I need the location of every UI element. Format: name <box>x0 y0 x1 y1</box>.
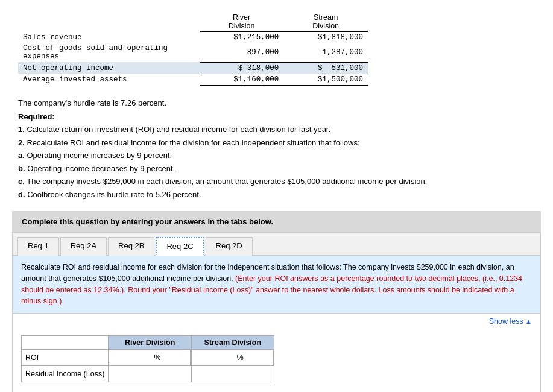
roi-stream-input[interactable] <box>195 352 235 364</box>
roi-river-input-cell: % <box>109 350 191 366</box>
req-item-2: 2. Recalculate ROI and residual income f… <box>18 137 535 149</box>
info-box: Recalculate ROI and residual income for … <box>13 256 540 314</box>
tabs-container: Req 1 Req 2A Req 2B Req 2C Req 2D Recalc… <box>12 232 541 392</box>
table-row: Cost of goods sold and operating expense… <box>18 43 368 62</box>
table-row: Net operating income $ 318,000 $ 531,000 <box>18 62 368 74</box>
required-section: Required: 1. Calculate return on investm… <box>18 111 535 201</box>
residual-river-input[interactable] <box>112 368 185 380</box>
req-item-b: b. Operating income decreases by 9 perce… <box>18 163 535 175</box>
req-item-1: 1. Calculate return on investment (ROI) … <box>18 124 535 136</box>
answer-table: River Division Stream Division ROI % <box>21 335 274 382</box>
instruction-box: Complete this question by entering your … <box>12 211 541 232</box>
show-less-link[interactable]: Show less ▲ <box>489 317 532 326</box>
required-title: Required: <box>18 111 535 123</box>
residual-stream-input-cell <box>191 366 274 382</box>
answer-col-header-empty <box>22 336 109 350</box>
tab-req2a[interactable]: Req 2A <box>60 237 107 256</box>
arrow-up-icon: ▲ <box>525 318 532 325</box>
req-item-d: d. Coolbrook changes its hurdle rate to … <box>18 189 535 201</box>
residual-label: Residual Income (Loss) <box>22 366 109 382</box>
tab-req2c[interactable]: Req 2C <box>156 237 204 256</box>
req-item-c: c. The company invests $259,000 in each … <box>18 175 535 188</box>
roi-river-input[interactable] <box>112 352 151 364</box>
answer-col-header-stream: Stream Division <box>191 336 274 350</box>
roi-stream-percent: % <box>236 353 248 362</box>
hurdle-rate-text: The company's hurdle rate is 7.26 percen… <box>18 98 535 107</box>
answer-section: River Division Stream Division ROI % <box>13 329 540 392</box>
table-row: Average invested assets $1,160,000 $1,50… <box>18 74 368 86</box>
roi-stream-input-cell: % <box>191 350 274 366</box>
table-row: Sales revenue $1,215,000 $1,818,000 <box>18 32 368 43</box>
roi-label: ROI <box>22 350 109 366</box>
instruction-text: Complete this question by entering your … <box>22 217 273 226</box>
answer-row-roi: ROI % % <box>22 350 274 366</box>
show-less-row: Show less ▲ <box>13 314 540 329</box>
tab-req2d[interactable]: Req 2D <box>206 237 253 256</box>
residual-river-input-cell <box>109 366 191 382</box>
financial-summary-table: RiverDivision StreamDivision Sales reven… <box>18 12 368 86</box>
answer-col-header-river: River Division <box>109 336 191 350</box>
tab-req2b[interactable]: Req 2B <box>108 237 154 256</box>
residual-stream-input[interactable] <box>195 368 268 380</box>
tabs-row: Req 1 Req 2A Req 2B Req 2C Req 2D <box>13 233 540 256</box>
tab-req1[interactable]: Req 1 <box>17 237 59 256</box>
roi-river-percent: % <box>153 353 165 362</box>
content-area: The company's hurdle rate is 7.26 percen… <box>12 98 541 201</box>
req-item-a: a. Operating income increases by 9 perce… <box>18 150 535 162</box>
answer-row-residual: Residual Income (Loss) <box>22 366 274 382</box>
